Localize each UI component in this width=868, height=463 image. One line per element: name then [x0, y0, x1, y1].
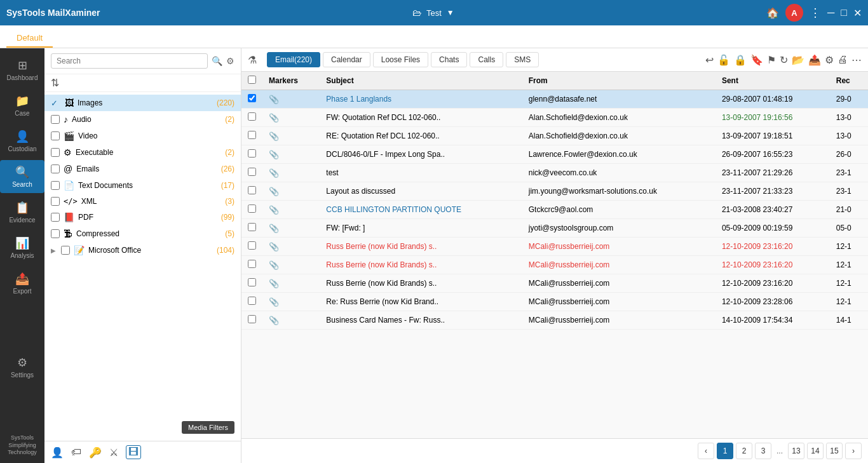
pdf-checkbox[interactable] — [51, 213, 60, 222]
row-checkbox[interactable] — [248, 297, 256, 305]
tab-sms[interactable]: SMS — [506, 52, 539, 67]
page-14-btn[interactable]: 14 — [807, 443, 824, 459]
row-checkbox[interactable] — [248, 223, 256, 231]
search-icon[interactable]: 🔍 — [212, 56, 222, 66]
lock-open-icon[interactable]: 🔓 — [717, 54, 730, 66]
sidebar-item-case[interactable]: 📁 Case — [0, 89, 44, 122]
person-icon[interactable]: 👤 — [51, 446, 64, 459]
tab-default[interactable]: Default — [6, 29, 53, 48]
tree-item-audio[interactable]: ♪ Audio (2) — [44, 111, 241, 128]
select-all-checkbox[interactable] — [248, 76, 256, 84]
sidebar-item-evidence[interactable]: 📋 Evidence — [0, 196, 44, 229]
prev-page-btn[interactable]: ‹ — [698, 443, 714, 459]
next-page-btn[interactable]: › — [845, 443, 862, 459]
tab-calendar[interactable]: Calendar — [323, 52, 370, 67]
cell-subject[interactable]: Russ Berrie (now Kid Brands) s.. — [320, 274, 522, 293]
tab-chats[interactable]: Chats — [431, 52, 467, 67]
tab-loosefiles[interactable]: Loose Files — [373, 52, 428, 67]
cell-subject[interactable]: DCL/8046-0/LF - Impex Long Spa.. — [320, 145, 522, 164]
cell-subject[interactable]: Business Card Names - Fw: Russ.. — [320, 311, 522, 330]
tab-calls[interactable]: Calls — [470, 52, 503, 67]
filter-funnel-icon[interactable]: ⚗ — [248, 54, 257, 66]
sort-icon[interactable]: ⇅ — [51, 77, 59, 89]
sidebar-item-dashboard[interactable]: ⊞ Dashboard — [0, 53, 44, 86]
textdocs-checkbox[interactable] — [51, 181, 60, 190]
gear-icon[interactable]: ⚙ — [825, 54, 834, 66]
title-actions: 🏠 A ⋮ ─ □ ✕ — [766, 4, 862, 22]
flag-icon[interactable]: ⚑ — [767, 54, 776, 66]
page-2-btn[interactable]: 2 — [736, 443, 752, 459]
tree-item-compressed[interactable]: 🗜 Compressed (5) — [44, 225, 241, 242]
tree-item-video[interactable]: 🎬 Video — [44, 128, 241, 144]
row-checkbox[interactable] — [248, 315, 256, 323]
case-icon: 📁 — [15, 94, 29, 108]
cell-subject[interactable]: Phase 1 Langlands — [320, 90, 522, 109]
settings-search-icon[interactable]: ⚙ — [226, 56, 234, 66]
search-input[interactable] — [51, 53, 208, 69]
cell-subject[interactable]: Russ Berrie (now Kid Brands) s.. — [320, 238, 522, 256]
row-checkbox[interactable] — [248, 205, 256, 213]
filter-icon[interactable]: ⚔ — [109, 446, 118, 459]
video-checkbox[interactable] — [51, 131, 60, 140]
minimize-icon[interactable]: ─ — [827, 7, 834, 18]
key-icon[interactable]: 🔑 — [89, 446, 102, 459]
cell-subject[interactable]: FW: [Fwd: ] — [320, 219, 522, 238]
sidebar-item-custodian[interactable]: 👤 Custodian — [0, 124, 44, 158]
emails-checkbox[interactable] — [51, 164, 60, 173]
page-15-btn[interactable]: 15 — [826, 443, 843, 459]
lock-icon[interactable]: 🔒 — [734, 54, 747, 66]
row-checkbox[interactable] — [248, 278, 256, 286]
cell-markers: 📎 — [262, 182, 320, 201]
cell-subject[interactable]: Layout as discussed — [320, 182, 522, 201]
tree-item-images[interactable]: ✓ 🖼 Images (220) — [44, 95, 241, 111]
reply-icon[interactable]: ↩ — [705, 54, 714, 66]
cell-subject[interactable]: FW: Quotation Ref DCL 102-060.. — [320, 109, 522, 127]
compressed-checkbox[interactable] — [51, 229, 60, 238]
case-label: Case — [15, 110, 29, 117]
tree-item-emails[interactable]: @ Emails (26) — [44, 161, 241, 177]
more-icon[interactable]: ⋯ — [851, 54, 862, 66]
sidebar-item-search[interactable]: 🔍 Search — [0, 160, 44, 193]
page-13-btn[interactable]: 13 — [788, 443, 804, 459]
bookmark-icon[interactable]: 🔖 — [750, 54, 763, 66]
cell-subject[interactable]: test — [320, 164, 522, 182]
folder-open-icon[interactable]: 📂 — [792, 54, 804, 66]
page-3-btn[interactable]: 3 — [755, 443, 771, 459]
row-checkbox[interactable] — [248, 260, 256, 268]
cell-subject[interactable]: CCB HILLINGTON PARTITION QUOTE — [320, 201, 522, 219]
row-checkbox[interactable] — [248, 112, 256, 121]
print-icon[interactable]: 🖨 — [837, 54, 848, 65]
cell-subject[interactable]: Re: Russ Berrie (now Kid Brand.. — [320, 293, 522, 311]
media-filter-icon[interactable]: 🎞 — [126, 445, 141, 459]
export-action-icon[interactable]: 📤 — [808, 54, 821, 66]
row-checkbox[interactable] — [248, 168, 256, 176]
msoffice-checkbox[interactable] — [61, 246, 70, 255]
close-icon[interactable]: ✕ — [853, 7, 862, 19]
page-1-btn[interactable]: 1 — [717, 443, 733, 459]
row-checkbox[interactable] — [248, 186, 256, 194]
maximize-icon[interactable]: □ — [841, 7, 847, 18]
row-checkbox[interactable] — [248, 241, 256, 250]
sidebar-item-export[interactable]: 📤 Export — [0, 267, 44, 300]
executable-checkbox[interactable] — [51, 148, 60, 157]
row-checkbox[interactable] — [248, 149, 256, 158]
dropdown-arrow-icon[interactable]: ▼ — [447, 8, 454, 17]
tab-email[interactable]: Email(220) — [267, 52, 320, 67]
home-icon[interactable]: 🏠 — [766, 7, 779, 19]
tree-item-xml[interactable]: </> XML (3) — [44, 194, 241, 209]
xml-checkbox[interactable] — [51, 197, 60, 206]
tree-item-msoffice[interactable]: ▶ 📝 Microsoft Office (104) — [44, 242, 241, 258]
tag-icon[interactable]: 🏷 — [71, 446, 81, 458]
row-checkbox[interactable] — [248, 94, 256, 102]
tree-item-executable[interactable]: ⚙ Executable (2) — [44, 144, 241, 161]
audio-checkbox[interactable] — [51, 115, 60, 124]
more-options-icon[interactable]: ⋮ — [810, 6, 821, 20]
tree-item-textdocs[interactable]: 📄 Text Documents (17) — [44, 177, 241, 194]
row-checkbox[interactable] — [248, 131, 256, 139]
sidebar-item-settings[interactable]: ⚙ Settings — [0, 351, 44, 384]
sidebar-item-analysis[interactable]: 📊 Analysis — [0, 231, 44, 264]
refresh-icon[interactable]: ↻ — [780, 54, 788, 66]
cell-subject[interactable]: RE: Quotation Ref DCL 102-060.. — [320, 127, 522, 145]
tree-item-pdf[interactable]: 📕 PDF (99) — [44, 209, 241, 225]
cell-subject[interactable]: Russ Berrie (now Kid Brands) s.. — [320, 256, 522, 274]
